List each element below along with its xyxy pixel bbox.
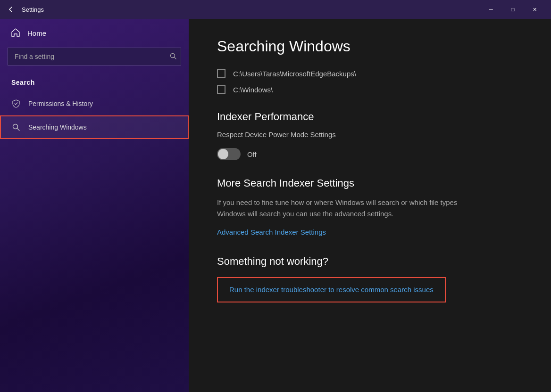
search-nav-icon [11,123,21,131]
toggle-thumb [218,149,228,159]
power-mode-toggle[interactable] [217,148,241,160]
more-indexer-heading: More Search Indexer Settings [217,177,523,189]
power-mode-label: Respect Device Power Mode Settings [217,131,523,139]
search-input[interactable] [8,48,181,65]
folder-checkbox-2[interactable] [217,85,225,94]
svg-line-3 [17,129,20,131]
main-layout: Home Search Permissions & History [0,19,551,392]
titlebar-title: Settings [22,6,44,13]
maximize-button[interactable]: □ [502,0,524,19]
content-area: Searching Windows C:\Users\Taras\Microso… [189,19,551,392]
search-box [8,48,181,65]
sidebar: Home Search Permissions & History [0,19,189,392]
permissions-history-label: Permissions & History [28,100,93,107]
home-icon [11,28,20,38]
page-title: Searching Windows [217,38,523,55]
sidebar-item-permissions-history[interactable]: Permissions & History [0,92,189,115]
searching-windows-label: Searching Windows [28,123,87,131]
power-mode-toggle-row: Off [217,148,523,160]
svg-line-1 [175,57,176,59]
folder-path-2: C:\Windows\ [233,86,273,94]
svg-point-2 [13,124,18,129]
folder-checkbox-1[interactable] [217,69,225,78]
search-icon [170,53,176,61]
back-button[interactable] [6,4,16,15]
troubleshoot-link[interactable]: Run the indexer troubleshooter to resolv… [229,286,434,294]
titlebar-left: Settings [6,4,44,15]
folder-path-1: C:\Users\Taras\MicrosoftEdgeBackups\ [233,70,356,78]
sidebar-item-home[interactable]: Home [0,19,189,48]
troubleshoot-link-box: Run the indexer troubleshooter to resolv… [217,277,446,302]
home-label: Home [27,29,46,37]
minimize-button[interactable]: ─ [480,0,502,19]
folder-item-2: C:\Windows\ [217,85,523,94]
close-button[interactable]: ✕ [524,0,545,19]
advanced-indexer-link[interactable]: Advanced Search Indexer Settings [217,228,326,236]
sidebar-section-label: Search [0,75,189,92]
indexer-desc: If you need to fine tune how or where Wi… [217,197,481,220]
troubleshoot-heading: Something not working? [217,255,523,268]
titlebar-controls: ─ □ ✕ [480,0,545,19]
titlebar: Settings ─ □ ✕ [0,0,551,19]
sidebar-item-searching-windows[interactable]: Searching Windows [0,115,189,139]
toggle-state-label: Off [247,150,257,158]
indexer-performance-heading: Indexer Performance [217,111,523,123]
folder-item-1: C:\Users\Taras\MicrosoftEdgeBackups\ [217,69,523,78]
shield-icon [11,99,21,108]
